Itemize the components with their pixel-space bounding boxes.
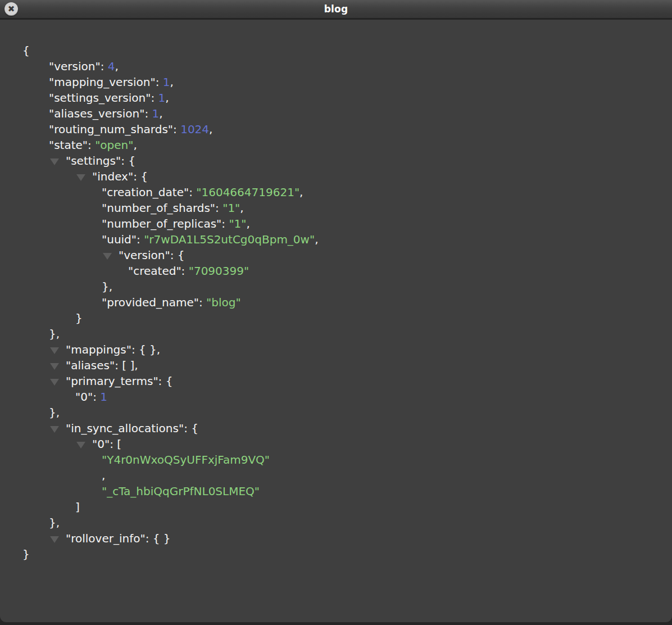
json-punctuation: ] [75, 500, 80, 514]
json-line: "in_sync_allocations": { [0, 420, 672, 436]
json-line: }, [0, 326, 672, 342]
collapse-triangle-icon[interactable] [103, 253, 112, 260]
close-icon: ✖ [8, 4, 15, 13]
json-punctuation: , [102, 469, 105, 482]
json-line: } [0, 546, 672, 562]
json-punctuation: : [88, 138, 95, 152]
json-punctuation: : [151, 91, 158, 105]
json-line: "mappings": { }, [0, 342, 672, 357]
json-key: "provided_name" [102, 296, 199, 309]
collapse-triangle-icon[interactable] [50, 426, 59, 433]
json-line: "primary_terms": { [0, 373, 672, 389]
json-punctuation: : { [121, 154, 135, 167]
json-key: "version" [49, 60, 101, 73]
json-punctuation: : { }, [131, 343, 160, 356]
json-punctuation: : [ [110, 437, 121, 451]
json-line: }, [0, 405, 672, 420]
json-line: "version": { [0, 247, 672, 263]
json-line: "0": [ [0, 436, 672, 452]
json-string-value: "_cTa_hbiQqGrPfNL0SLMEQ" [102, 484, 260, 498]
window-titlebar[interactable]: ✖ blog [0, 0, 672, 20]
json-punctuation: : { [158, 374, 173, 388]
json-key: "version" [119, 248, 170, 262]
json-punctuation: , [133, 138, 137, 152]
json-key: "index" [92, 170, 133, 183]
json-key: "0" [92, 437, 110, 451]
json-punctuation: : [137, 233, 144, 246]
json-punctuation: : [101, 60, 108, 73]
json-punctuation: : { [170, 248, 185, 262]
json-punctuation: , [247, 217, 250, 230]
json-punctuation: { [22, 44, 30, 57]
json-number-value: 1 [158, 91, 166, 105]
collapse-triangle-icon[interactable] [50, 347, 59, 354]
json-punctuation: : [173, 123, 180, 136]
json-punctuation: : [181, 264, 189, 278]
json-punctuation: : [ ], [115, 359, 138, 372]
json-key: "mappings" [66, 343, 131, 356]
close-button[interactable]: ✖ [4, 2, 18, 16]
json-key: "settings" [66, 154, 121, 167]
json-punctuation: , [170, 75, 174, 89]
json-punctuation: }, [49, 406, 60, 419]
collapse-triangle-icon[interactable] [76, 442, 85, 449]
collapse-triangle-icon[interactable] [50, 158, 59, 165]
json-punctuation: }, [102, 280, 112, 293]
json-line: } [0, 310, 672, 326]
json-line: , [0, 468, 672, 483]
collapse-triangle-icon[interactable] [50, 379, 59, 386]
json-line: "aliases": [ ], [0, 357, 672, 373]
json-line: "uuid": "r7wDA1L5S2utCg0qBpm_0w", [0, 232, 672, 247]
json-key: "routing_num_shards" [49, 123, 173, 136]
json-punctuation: : { [133, 170, 148, 183]
json-line: "_cTa_hbiQqGrPfNL0SLMEQ" [0, 483, 672, 499]
json-line: "creation_date": "1604664719621", [0, 184, 672, 200]
json-punctuation: , [209, 123, 212, 136]
json-line: "created": "7090399" [0, 263, 672, 279]
json-punctuation: } [22, 547, 30, 561]
json-punctuation: : [221, 217, 229, 230]
json-punctuation: : [93, 390, 100, 404]
json-key: "state" [49, 138, 88, 152]
json-key: "settings_version" [49, 91, 151, 105]
collapse-triangle-icon[interactable] [76, 174, 85, 181]
json-punctuation: , [315, 233, 318, 246]
json-line: "Y4r0nWxoQSyUFFxjFam9VQ" [0, 452, 672, 468]
json-punctuation: : [156, 75, 163, 89]
json-punctuation: , [240, 201, 243, 215]
json-key: "primary_terms" [66, 374, 158, 388]
collapse-triangle-icon[interactable] [50, 363, 59, 370]
json-string-value: "7090399" [189, 264, 249, 278]
json-line: }, [0, 515, 672, 531]
json-key: "0" [75, 390, 93, 404]
json-content-pane: {"version": 4,"mapping_version": 1,"sett… [0, 20, 672, 562]
json-line: "mapping_version": 1, [0, 74, 672, 90]
json-string-value: "Y4r0nWxoQSyUFFxjFam9VQ" [102, 453, 270, 467]
json-line: "routing_num_shards": 1024, [0, 121, 672, 137]
json-punctuation: : [144, 107, 152, 120]
collapse-triangle-icon[interactable] [50, 536, 59, 543]
json-key: "aliases_version" [49, 107, 144, 120]
json-key: "mapping_version" [49, 75, 156, 89]
json-line: "settings": { [0, 153, 672, 169]
json-line: "version": 4, [0, 58, 672, 74]
json-line: "rollover_info": { } [0, 531, 672, 546]
json-line: "state": "open", [0, 137, 672, 153]
json-string-value: "open" [95, 138, 133, 152]
json-punctuation: : [189, 185, 196, 199]
json-line: ] [0, 499, 672, 515]
json-string-value: "1" [223, 201, 240, 215]
json-line: "settings_version": 1, [0, 90, 672, 106]
json-punctuation: , [299, 185, 303, 199]
json-punctuation: : { [184, 422, 198, 435]
json-key: "number_of_shards" [102, 201, 215, 215]
json-string-value: "1604664719621" [196, 185, 299, 199]
json-punctuation: , [165, 91, 169, 105]
json-line: "index": { [0, 169, 672, 184]
json-key: "uuid" [102, 233, 137, 246]
json-string-value: "blog" [206, 296, 241, 309]
json-viewer-window: ✖ blog {"version": 4,"mapping_version": … [0, 0, 672, 622]
json-line: "number_of_replicas": "1", [0, 216, 672, 232]
json-key: "aliases" [66, 359, 115, 372]
json-string-value: "1" [229, 217, 246, 230]
